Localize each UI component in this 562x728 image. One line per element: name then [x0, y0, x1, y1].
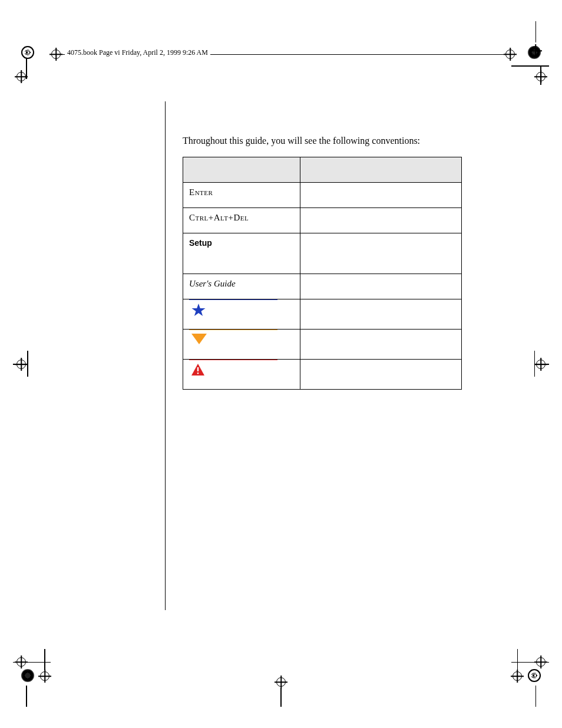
convention-desc: [300, 360, 461, 390]
convention-desc: [300, 274, 461, 299]
rosette-dark-bottom-left: [21, 669, 34, 682]
svg-marker-1: [191, 334, 207, 344]
svg-marker-0: [192, 304, 206, 316]
convention-desc: [300, 208, 461, 233]
table-header-a: [183, 157, 300, 183]
table-row: Enter: [183, 183, 462, 208]
convention-desc: [300, 233, 461, 274]
scanned-page: 4075.book Page vi Friday, April 2, 1999 …: [0, 0, 562, 728]
conventions-table: Enter Ctrl+Alt+Del Setup User's Guide: [183, 157, 462, 390]
table-row: Setup: [183, 233, 462, 274]
convention-key: Ctrl+Alt+Del: [189, 213, 249, 222]
intro-text: Throughout this guide, you will see the …: [183, 136, 462, 146]
page-content: Throughout this guide, you will see the …: [183, 136, 462, 390]
warning-icon: [189, 364, 294, 375]
rosette-top-left: [21, 46, 34, 59]
convention-key: Enter: [189, 187, 213, 197]
table-row: [183, 330, 462, 360]
table-header-b: [300, 157, 461, 183]
convention-desc: [300, 299, 461, 330]
header-reg-right: [505, 50, 514, 58]
star-icon: [189, 304, 294, 317]
svg-rect-4: [197, 373, 199, 374]
content-left-rule: [165, 101, 166, 610]
table-row: [183, 299, 462, 330]
convention-desc: [300, 183, 461, 208]
running-head: 4075.book Page vi Friday, April 2, 1999 …: [65, 48, 210, 57]
header-reg-left: [51, 50, 59, 58]
rosette-bottom-right: [528, 669, 541, 682]
convention-key: Setup: [189, 238, 212, 248]
caution-icon: [189, 334, 294, 344]
convention-desc: [300, 330, 461, 360]
table-header-row: [183, 157, 462, 183]
convention-key: User's Guide: [189, 279, 236, 288]
table-row: User's Guide: [183, 274, 462, 299]
svg-rect-3: [197, 367, 199, 371]
table-row: Ctrl+Alt+Del: [183, 208, 462, 233]
table-row: [183, 360, 462, 390]
